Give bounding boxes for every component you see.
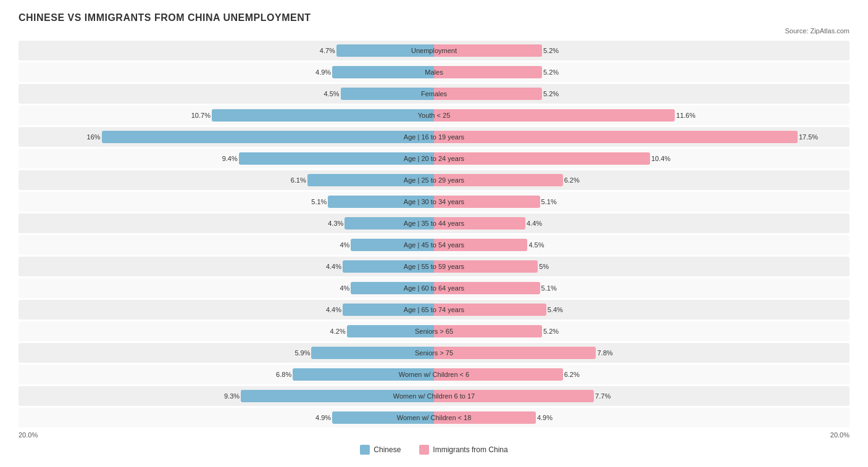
right-value-label: 7.7% [595,392,611,400]
chart-row: 6.1%6.2%Age | 25 to 29 years [19,170,849,190]
chart-row: 6.8%6.2%Women w/ Children < 6 [19,365,849,384]
chart-row: 5.1%5.1%Age | 30 to 34 years [19,192,849,212]
row-label: Women w/ Children < 18 [397,414,472,421]
chart-container: CHINESE VS IMMIGRANTS FROM CHINA UNEMPLO… [0,0,868,467]
right-value-label: 5.1% [541,284,557,292]
row-label: Unemployment [411,47,457,54]
right-value-label: 5% [539,263,549,270]
right-value-label: 5.1% [541,198,557,205]
row-label: Age | 60 to 64 years [404,284,464,292]
legend-label-chinese: Chinese [373,445,401,454]
right-value-label: 6.2% [564,176,580,184]
axis-right-label: 20.0% [830,431,849,439]
axis-row: 20.0% 20.0% [19,431,849,439]
left-value-label: 5.9% [294,349,310,357]
chart-row: 5.9%7.8%Seniors > 75 [19,343,849,363]
row-label: Age | 45 to 54 years [404,241,464,249]
row-label: Youth < 25 [418,112,451,119]
right-value-label: 5.2% [543,47,559,54]
left-value-label: 5.1% [311,198,327,205]
legend-item-chinese: Chinese [360,445,401,455]
chart-row: 4.4%5.4%Age | 65 to 74 years [19,300,849,320]
chart-row: 4.7%5.2%Unemployment [19,41,849,60]
chart-row: 4.5%5.2%Females [19,84,849,104]
chart-source: Source: ZipAtlas.com [19,27,849,35]
right-value-label: 6.2% [564,371,580,378]
right-value-label: 4.4% [527,220,542,227]
row-label: Age | 55 to 59 years [404,263,464,270]
chart-row: 4.9%4.9%Women w/ Children < 18 [19,408,849,428]
left-value-label: 4.3% [328,220,343,227]
chart-row: 9.3%7.7%Women w/ Children 6 to 17 [19,386,849,406]
chart-area: 4.7%5.2%Unemployment4.9%5.2%Males4.5%5.2… [19,41,849,428]
chart-row: 4%5.1%Age | 60 to 64 years [19,278,849,298]
chart-row: 4%4.5%Age | 45 to 54 years [19,235,849,255]
row-label: Seniors > 65 [415,328,453,335]
chart-row: 9.4%10.4%Age | 20 to 24 years [19,149,849,168]
right-value-label: 5.2% [543,328,559,335]
left-value-label: 4.4% [326,263,341,270]
left-value-label: 9.3% [224,392,240,400]
left-value-label: 4% [340,284,350,292]
right-value-label: 5.2% [543,68,559,76]
left-value-label: 4.4% [326,306,341,313]
left-value-label: 9.4% [222,155,238,162]
chart-row: 4.3%4.4%Age | 35 to 44 years [19,213,849,233]
bar-chinese [332,66,434,78]
bar-chinese [341,88,434,100]
chart-row: 16%17.5%Age | 16 to 19 years [19,127,849,147]
right-value-label: 4.9% [537,414,553,421]
legend-box-immigrants [419,445,429,455]
legend-label-immigrants: Immigrants from China [433,445,507,454]
left-value-label: 4.5% [324,90,340,97]
left-value-label: 10.7% [191,112,211,119]
left-value-label: 4.9% [315,68,331,76]
bar-immigrants [434,66,542,78]
chart-row: 4.2%5.2%Seniors > 65 [19,321,849,341]
bar-immigrants [434,347,596,359]
legend-box-chinese [360,445,370,455]
row-label: Seniors > 75 [415,349,453,357]
row-label: Age | 35 to 44 years [404,220,464,227]
row-label: Age | 25 to 29 years [404,176,464,184]
right-value-label: 11.6% [676,112,695,119]
row-label: Women w/ Children < 6 [399,371,469,378]
right-value-label: 5.4% [548,306,563,313]
left-value-label: 16% [87,133,101,141]
row-label: Males [425,68,443,76]
row-label: Age | 30 to 34 years [404,198,464,205]
bar-immigrants [434,152,650,165]
row-label: Age | 16 to 19 years [404,133,464,141]
left-value-label: 6.8% [276,371,291,378]
chart-row: 4.9%5.2%Males [19,62,849,82]
bar-immigrants [434,88,542,100]
bar-chinese [102,131,434,143]
left-value-label: 4% [340,241,350,249]
row-label: Females [421,90,447,97]
chart-row: 4.4%5%Age | 55 to 59 years [19,257,849,276]
row-label: Age | 20 to 24 years [404,155,464,162]
right-value-label: 4.5% [528,241,544,249]
row-label: Women w/ Children 6 to 17 [393,392,475,400]
chart-row: 10.7%11.6%Youth < 25 [19,105,849,125]
right-value-label: 10.4% [651,155,670,162]
row-label: Age | 65 to 74 years [404,306,464,313]
axis-left-label: 20.0% [19,431,38,439]
left-value-label: 4.2% [330,328,346,335]
left-value-label: 4.7% [320,47,335,54]
right-value-label: 17.5% [799,133,818,141]
bar-chinese [212,109,434,122]
bar-immigrants [434,131,798,143]
legend-item-immigrants: Immigrants from China [419,445,507,455]
legend: Chinese Immigrants from China [19,445,849,455]
chart-title: CHINESE VS IMMIGRANTS FROM CHINA UNEMPLO… [19,12,849,23]
right-value-label: 5.2% [543,90,559,97]
right-value-label: 7.8% [597,349,612,357]
bar-immigrants [434,109,675,122]
left-value-label: 4.9% [315,414,331,421]
left-value-label: 6.1% [291,176,306,184]
